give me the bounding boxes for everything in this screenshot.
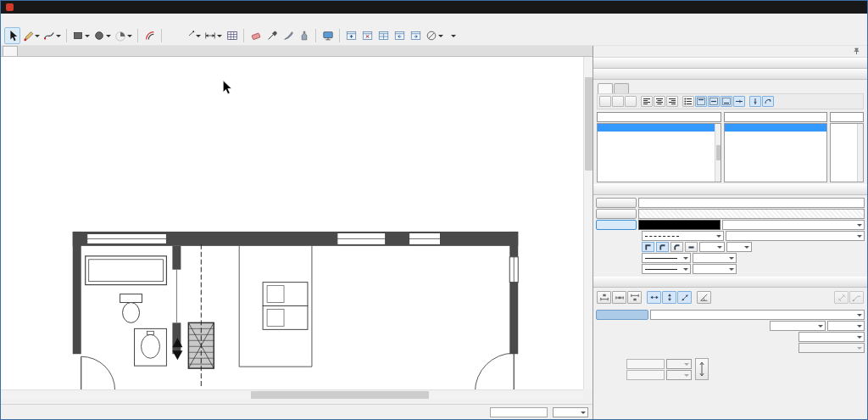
bevel-join-button[interactable] (670, 242, 683, 252)
next-page-button[interactable] (408, 27, 424, 44)
list-item[interactable] (725, 132, 826, 139)
text-tool[interactable] (165, 27, 181, 44)
vertical-scrollbar[interactable] (583, 57, 593, 389)
delete-page-button[interactable] (359, 27, 376, 44)
text-rotate-button[interactable] (762, 96, 774, 107)
precision-select[interactable] (798, 332, 865, 342)
family-input[interactable] (597, 112, 721, 122)
list-item[interactable] (598, 146, 721, 154)
dim-text-above-button[interactable] (597, 291, 611, 304)
scale-select[interactable] (650, 310, 865, 320)
chevron-down-icon[interactable] (438, 35, 443, 40)
list-item[interactable] (598, 160, 721, 168)
scroll-up-icon[interactable] (858, 124, 864, 130)
family-list[interactable] (597, 123, 721, 182)
list-item[interactable] (725, 124, 826, 132)
chevron-down-icon[interactable] (196, 35, 201, 40)
angle-select[interactable] (798, 343, 865, 353)
rectangle-tool[interactable] (70, 27, 92, 44)
scroll-thumb[interactable] (716, 145, 721, 160)
start-arrow-select[interactable] (642, 253, 691, 263)
align-left-button[interactable] (641, 96, 653, 107)
zoom-select[interactable] (553, 407, 588, 417)
size-list[interactable] (830, 123, 864, 182)
toolbar-overflow-button[interactable] (445, 27, 461, 44)
fill-color-swatch[interactable] (638, 198, 865, 208)
dim-aligned-button[interactable] (677, 291, 692, 304)
bullet-list-button[interactable] (682, 96, 694, 107)
scroll-up-icon[interactable] (584, 57, 593, 66)
anchor-bottom-button[interactable] (721, 96, 732, 107)
miter-join-button[interactable] (642, 242, 654, 252)
add-page-button[interactable] (343, 27, 359, 44)
shape-style-panel-header[interactable] (593, 184, 867, 195)
dim-leader-button[interactable] (849, 291, 864, 304)
render-mode-dropdown[interactable] (424, 27, 445, 44)
end-arrow-select[interactable] (642, 264, 691, 274)
scroll-up-icon[interactable] (715, 124, 721, 130)
extension-start-field[interactable] (626, 359, 665, 369)
dim-horizontal-button[interactable] (647, 291, 661, 304)
select-tool[interactable] (4, 27, 20, 44)
horizontal-scroll-thumb[interactable] (251, 391, 429, 399)
list-item[interactable] (598, 176, 721, 182)
tab-format[interactable] (598, 83, 613, 93)
document-tab[interactable] (3, 46, 18, 56)
chevron-down-icon[interactable] (106, 35, 111, 40)
family-list-scrollbar[interactable] (715, 124, 721, 182)
text-horizontal-button[interactable] (733, 96, 745, 107)
round-join-button[interactable] (656, 242, 669, 252)
freehand-tool[interactable] (42, 27, 63, 44)
extension-end-field[interactable] (626, 370, 665, 380)
dim-angle-button[interactable] (697, 291, 711, 304)
label-tool[interactable] (181, 27, 203, 44)
list-item[interactable] (725, 146, 826, 154)
italic-button[interactable] (612, 96, 624, 107)
dimension-tool[interactable] (203, 27, 224, 44)
size-list-scrollbar[interactable] (857, 124, 863, 182)
stroke-width-select[interactable] (722, 220, 865, 230)
link-values-button[interactable] (695, 358, 709, 380)
cap-select[interactable] (726, 242, 752, 252)
tab-list[interactable] (614, 83, 629, 93)
start-arrow-size-select[interactable] (693, 253, 737, 263)
line-tool[interactable] (20, 27, 42, 44)
extension-end-units-select[interactable] (666, 370, 692, 380)
dim-extension-button[interactable] (834, 291, 849, 304)
colors-panel-header[interactable] (593, 58, 867, 69)
fill-button[interactable] (596, 198, 637, 208)
offset-tool[interactable] (142, 27, 158, 44)
vertical-scroll-thumb[interactable] (585, 77, 593, 171)
chevron-down-icon[interactable] (127, 35, 132, 40)
circle-tool[interactable] (92, 27, 113, 44)
table-tool[interactable] (224, 27, 240, 44)
style-tool[interactable] (264, 27, 280, 44)
dash-scale-select[interactable] (726, 231, 865, 241)
horizontal-scrollbar[interactable] (1, 389, 583, 399)
size-input[interactable] (830, 112, 864, 122)
list-item[interactable] (598, 154, 721, 161)
page-grid-button[interactable] (376, 27, 392, 44)
list-item[interactable] (725, 138, 826, 146)
measurements-input[interactable] (490, 407, 548, 417)
split-tool[interactable] (280, 27, 296, 44)
length-units-select[interactable] (827, 321, 865, 331)
anchor-top-button[interactable] (695, 96, 707, 107)
scroll-down-icon[interactable] (715, 176, 721, 182)
length-format-select[interactable] (770, 321, 826, 331)
underline-button[interactable] (625, 96, 637, 107)
typeface-list[interactable] (724, 123, 827, 182)
typeface-input[interactable] (724, 112, 827, 122)
dashes-select[interactable] (642, 231, 724, 241)
dimension-style-panel-header[interactable] (593, 277, 867, 288)
align-center-button[interactable] (654, 96, 665, 107)
join-select[interactable] (699, 242, 725, 252)
scroll-down-icon[interactable] (858, 176, 864, 182)
dim-vertical-button[interactable] (662, 291, 676, 304)
dim-text-center-button[interactable] (612, 291, 626, 304)
anchor-middle-button[interactable] (708, 96, 720, 107)
list-item[interactable] (598, 132, 721, 139)
list-item[interactable] (598, 168, 721, 176)
join-tool[interactable] (296, 27, 312, 44)
end-arrow-size-select[interactable] (693, 264, 737, 274)
